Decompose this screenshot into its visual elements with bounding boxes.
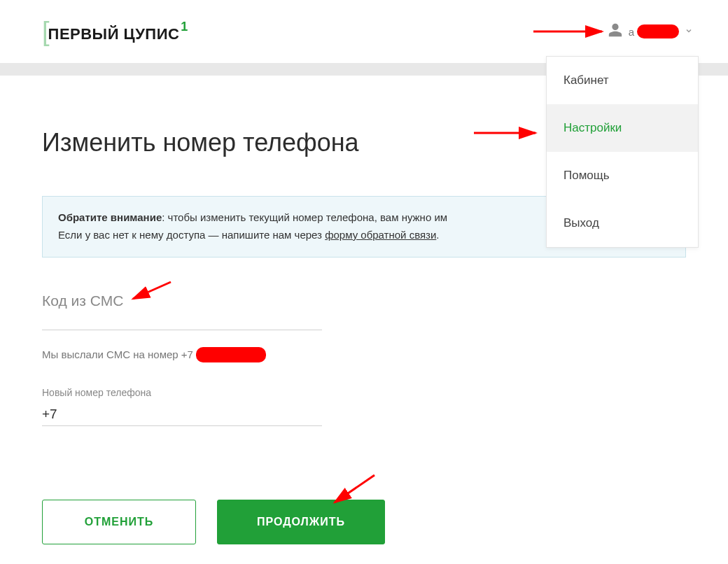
cancel-button[interactable]: ОТМЕНИТЬ: [42, 500, 196, 544]
logo-bracket-icon: [: [42, 18, 50, 45]
dropdown-item-logout[interactable]: Выход: [547, 199, 698, 247]
logo-super: 1: [181, 20, 188, 34]
dropdown-item-help[interactable]: Помощь: [547, 152, 698, 199]
notice-text1: : чтобы изменить текущий номер телефона,…: [162, 211, 447, 223]
notice-bold: Обратите внимание: [58, 211, 162, 223]
new-phone-input[interactable]: [42, 404, 322, 426]
user-menu-toggle[interactable]: а: [608, 22, 693, 41]
user-icon: [608, 22, 623, 41]
button-row: ОТМЕНИТЬ ПРОДОЛЖИТЬ: [42, 500, 385, 544]
header: [ ПЕРВЫЙ ЦУПИС 1 а: [0, 0, 728, 63]
continue-button[interactable]: ПРОДОЛЖИТЬ: [217, 500, 385, 544]
user-name-redacted: [637, 24, 679, 38]
logo-text: ПЕРВЫЙ ЦУПИС: [48, 18, 180, 43]
sms-code-label: Код из СМС: [42, 292, 686, 309]
phone-redacted: [196, 347, 266, 362]
dropdown-item-settings[interactable]: Настройки: [547, 104, 698, 152]
user-dropdown: Кабинет Настройки Помощь Выход: [546, 56, 699, 248]
notice-text2: Если у вас нет к нему доступа — напишите…: [58, 229, 325, 241]
svg-line-3: [335, 475, 374, 502]
sms-sent-text: Мы выслали СМС на номер +7: [42, 347, 686, 362]
feedback-form-link[interactable]: форму обратной связи: [325, 229, 436, 241]
sms-code-section: Код из СМС: [42, 292, 686, 330]
new-phone-label: Новый номер телефона: [42, 387, 686, 398]
user-name-letter: а: [629, 26, 634, 38]
logo[interactable]: [ ПЕРВЫЙ ЦУПИС 1: [42, 18, 188, 45]
chevron-down-icon: [685, 27, 693, 37]
notice-after: .: [436, 229, 439, 241]
new-phone-section: Новый номер телефона: [42, 387, 686, 426]
dropdown-item-cabinet[interactable]: Кабинет: [547, 57, 698, 104]
sms-code-input[interactable]: [42, 316, 322, 330]
sms-sent-prefix: Мы выслали СМС на номер +7: [42, 348, 193, 360]
